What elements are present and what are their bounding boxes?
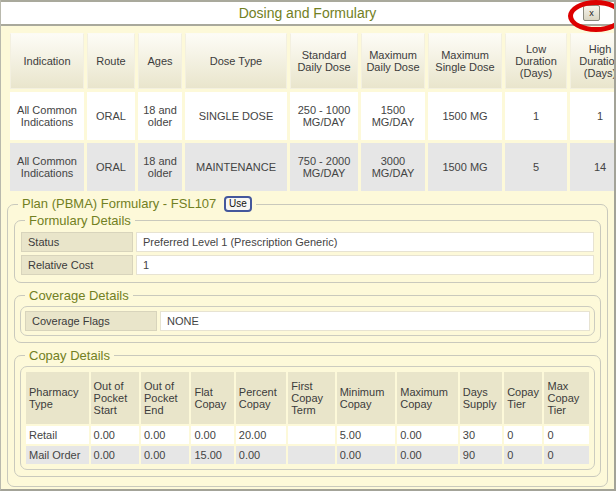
- status-value: Preferred Level 1 (Prescription Generic): [136, 232, 594, 252]
- table-cell: 0: [544, 446, 589, 464]
- table-cell: 5: [505, 143, 567, 191]
- table-row: Retail 0.00 0.00 0.00 20.00 5.00 0.00 30…: [26, 426, 589, 444]
- title-bar: Dosing and Formulary x: [1, 0, 614, 26]
- column-header: Maximum Daily Dose: [361, 33, 425, 89]
- table-cell: 0: [504, 426, 542, 444]
- table-cell: Mail Order: [26, 446, 89, 464]
- dosing-table-header-row: Indication Route Ages Dose Type Standard…: [10, 33, 616, 89]
- table-cell: 0.00: [397, 446, 458, 464]
- table-cell: 1500 MG: [428, 92, 502, 140]
- dosing-table: Indication Route Ages Dose Type Standard…: [7, 30, 616, 194]
- coverage-flags-label: Coverage Flags: [25, 311, 157, 331]
- coverage-details-wrapper: Coverage Flags NONE: [20, 306, 595, 336]
- table-cell: 0: [544, 426, 589, 444]
- column-header: Dose Type: [185, 33, 287, 89]
- close-button[interactable]: x: [583, 5, 600, 21]
- table-cell: 0.00: [191, 426, 233, 444]
- formulary-details-section: Formulary Details Status Preferred Level…: [14, 213, 601, 283]
- coverage-flags-value: NONE: [160, 311, 590, 331]
- table-cell: All Common Indications: [10, 92, 84, 140]
- status-row: Status Preferred Level 1 (Prescription G…: [21, 232, 594, 252]
- table-cell: 1500 MG: [428, 143, 502, 191]
- table-row: All Common Indications ORAL 18 and older…: [10, 92, 616, 140]
- column-header: Standard Daily Dose: [290, 33, 358, 89]
- relative-cost-row: Relative Cost 1: [21, 255, 594, 275]
- plan-formulary-section: Plan (PBMA) Formulary - FSL107 Use Formu…: [7, 196, 608, 487]
- table-cell: 5.00: [337, 426, 396, 444]
- table-cell: 0.00: [141, 446, 189, 464]
- coverage-flags-row: Coverage Flags NONE: [25, 311, 590, 331]
- column-header: Out of Pocket Start: [91, 372, 139, 424]
- column-header: Max Copay Tier: [544, 372, 589, 424]
- status-label: Status: [21, 232, 133, 252]
- table-cell: 1: [570, 92, 616, 140]
- table-cell: 1: [505, 92, 567, 140]
- column-header: Indication: [10, 33, 84, 89]
- dosing-formulary-window: Dosing and Formulary x Indication Route …: [0, 0, 616, 491]
- table-cell: 0.00: [337, 446, 396, 464]
- column-header: Ages: [138, 33, 182, 89]
- relative-cost-label: Relative Cost: [21, 255, 133, 275]
- table-cell: [288, 426, 334, 444]
- table-cell: SINGLE DOSE: [185, 92, 287, 140]
- plan-formulary-legend: Plan (PBMA) Formulary - FSL107 Use: [18, 196, 256, 212]
- table-row: Mail Order 0.00 0.00 15.00 0.00 0.00 0.0…: [26, 446, 589, 464]
- table-cell: 0.00: [141, 426, 189, 444]
- table-cell: 750 - 2000 MG/DAY: [290, 143, 358, 191]
- column-header: Days Supply: [460, 372, 502, 424]
- copay-table: Pharmacy Type Out of Pocket Start Out of…: [24, 370, 591, 466]
- column-header: Copay Tier: [504, 372, 542, 424]
- table-cell: ORAL: [87, 92, 135, 140]
- page-title: Dosing and Formulary: [239, 5, 377, 21]
- table-cell: [288, 446, 334, 464]
- coverage-details-section: Coverage Details Coverage Flags NONE: [14, 288, 601, 343]
- column-header: Pharmacy Type: [26, 372, 89, 424]
- copay-details-section: Copay Details Pharmacy Type Out of Pocke…: [14, 348, 601, 477]
- table-cell: 0.00: [236, 446, 286, 464]
- relative-cost-value: 1: [136, 255, 594, 275]
- column-header: Low Duration (Days): [505, 33, 567, 89]
- column-header: High Duration (Days): [570, 33, 616, 89]
- table-cell: 1500 MG/DAY: [361, 92, 425, 140]
- column-header: Maximum Copay: [397, 372, 458, 424]
- table-row: All Common Indications ORAL 18 and older…: [10, 143, 616, 191]
- table-cell: 3000 MG/DAY: [361, 143, 425, 191]
- column-header: Route: [87, 33, 135, 89]
- table-cell: 15.00: [191, 446, 233, 464]
- table-cell: 0.00: [91, 446, 139, 464]
- table-cell: Retail: [26, 426, 89, 444]
- table-cell: ORAL: [87, 143, 135, 191]
- table-cell: 90: [460, 446, 502, 464]
- table-cell: 18 and older: [138, 92, 182, 140]
- column-header: Minimum Copay: [337, 372, 396, 424]
- copay-details-legend: Copay Details: [25, 348, 114, 363]
- table-cell: 18 and older: [138, 143, 182, 191]
- table-cell: MAINTENANCE: [185, 143, 287, 191]
- table-cell: All Common Indications: [10, 143, 84, 191]
- column-header: Percent Copay: [236, 372, 286, 424]
- plan-formulary-title: Plan (PBMA) Formulary - FSL107: [22, 196, 216, 211]
- table-cell: 250 - 1000 MG/DAY: [290, 92, 358, 140]
- column-header: Flat Copay: [191, 372, 233, 424]
- column-header: First Copay Term: [288, 372, 334, 424]
- copay-details-wrapper: Pharmacy Type Out of Pocket Start Out of…: [20, 366, 595, 470]
- use-button[interactable]: Use: [224, 196, 252, 212]
- table-cell: 20.00: [236, 426, 286, 444]
- table-cell: 0.00: [397, 426, 458, 444]
- table-cell: 14: [570, 143, 616, 191]
- table-cell: 30: [460, 426, 502, 444]
- table-cell: 0: [504, 446, 542, 464]
- formulary-details-legend: Formulary Details: [25, 213, 135, 228]
- coverage-details-legend: Coverage Details: [25, 288, 133, 303]
- column-header: Maximum Single Dose: [428, 33, 502, 89]
- column-header: Out of Pocket End: [141, 372, 189, 424]
- table-cell: 0.00: [91, 426, 139, 444]
- copay-header-row: Pharmacy Type Out of Pocket Start Out of…: [26, 372, 589, 424]
